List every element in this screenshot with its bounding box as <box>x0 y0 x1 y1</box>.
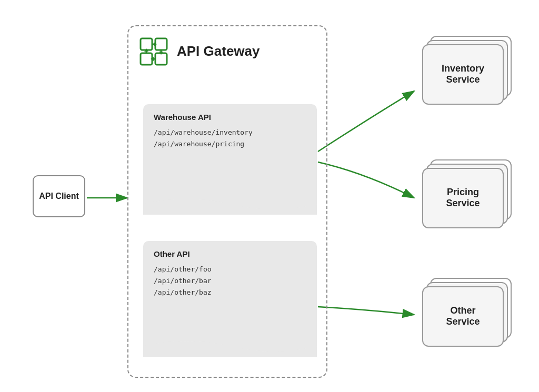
other-wavy <box>143 336 317 357</box>
svg-rect-5 <box>155 53 167 65</box>
inventory-service-label: InventoryService <box>422 44 504 105</box>
api-client-box: API Client <box>33 175 85 217</box>
warehouse-wavy <box>143 194 317 215</box>
svg-rect-3 <box>155 38 167 50</box>
other-service-label: OtherService <box>422 286 504 347</box>
other-service-card: OtherService <box>422 278 512 346</box>
other-service-stack: OtherService <box>422 278 512 346</box>
other-api-panel: Other API /api/other/foo/api/other/bar/a… <box>143 241 317 357</box>
warehouse-api-panel: Warehouse API /api/warehouse/inventory/a… <box>143 104 317 215</box>
pricing-service-stack: PricingService <box>422 159 512 228</box>
inventory-service-stack: InventoryService <box>422 36 512 104</box>
gateway-header: API Gateway <box>138 36 260 67</box>
pricing-service-label: PricingService <box>422 168 504 228</box>
api-client-label: API Client <box>39 192 79 201</box>
gateway-icon <box>138 36 169 67</box>
pricing-service-card: PricingService <box>422 159 512 228</box>
inventory-service-card: InventoryService <box>422 36 512 104</box>
architecture-diagram: API Client API Gateway Warehouse API /ap… <box>17 9 522 383</box>
svg-rect-4 <box>141 53 152 65</box>
other-api-routes: /api/other/foo/api/other/bar/api/other/b… <box>154 264 306 298</box>
svg-rect-2 <box>141 38 152 50</box>
warehouse-api-routes: /api/warehouse/inventory/api/warehouse/p… <box>154 127 306 150</box>
other-api-title: Other API <box>154 249 306 258</box>
warehouse-api-title: Warehouse API <box>154 113 306 122</box>
gateway-title: API Gateway <box>177 43 260 59</box>
